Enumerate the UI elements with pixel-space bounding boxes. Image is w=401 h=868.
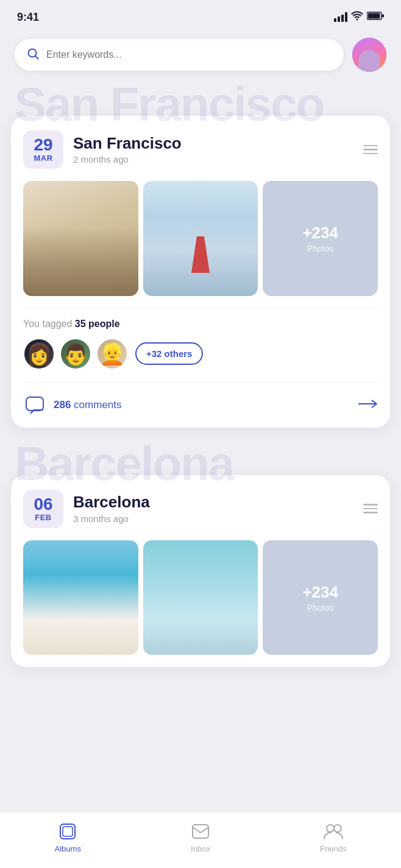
svg-point-11 bbox=[334, 825, 341, 832]
others-pill-sf[interactable]: +32 others bbox=[135, 342, 203, 365]
search-area bbox=[0, 32, 401, 80]
person-avatar-2[interactable] bbox=[60, 338, 91, 370]
date-month-sf: MAR bbox=[32, 153, 55, 163]
svg-rect-9 bbox=[193, 825, 208, 838]
card-title-area-bcn: Barcelona 3 months ago bbox=[73, 493, 353, 524]
more-count-bcn: +234 bbox=[302, 583, 338, 602]
svg-rect-2 bbox=[382, 15, 384, 18]
card-header-bcn: 06 FEB Barcelona 3 months ago bbox=[23, 490, 378, 528]
user-avatar[interactable] bbox=[352, 38, 386, 72]
status-bar: 9:41 bbox=[0, 0, 401, 32]
content-area: San Francisco 29 MAR San Francisco 2 mon… bbox=[0, 80, 401, 734]
photo-more-bcn[interactable]: +234 Photos bbox=[263, 540, 378, 655]
photo-thumb-bcn-2[interactable] bbox=[143, 540, 258, 655]
arrow-right-sf[interactable] bbox=[358, 399, 378, 411]
friends-icon bbox=[323, 821, 344, 842]
menu-icon-sf[interactable] bbox=[363, 145, 378, 155]
card-san-francisco: 29 MAR San Francisco 2 months ago +234 P… bbox=[11, 116, 390, 428]
person-avatar-1[interactable] bbox=[23, 338, 55, 370]
menu-icon-bcn[interactable] bbox=[363, 504, 378, 513]
nav-item-albums[interactable]: Albums bbox=[55, 821, 81, 853]
svg-rect-1 bbox=[368, 13, 380, 19]
card-barcelona: 06 FEB Barcelona 3 months ago +234 Photo… bbox=[11, 475, 390, 668]
comments-left: 286 comments bbox=[23, 393, 122, 417]
nav-label-inbox: Inbox bbox=[191, 844, 210, 853]
date-month-bcn: FEB bbox=[32, 513, 55, 522]
tagged-text-sf: You tagged 35 people bbox=[23, 319, 378, 330]
comment-icon bbox=[23, 393, 46, 417]
divider-tagged bbox=[23, 308, 378, 309]
signal-icon bbox=[334, 12, 347, 22]
date-day-bcn: 06 bbox=[32, 496, 55, 513]
svg-line-4 bbox=[35, 56, 38, 59]
tagged-count-sf: 35 people bbox=[75, 319, 120, 329]
card-title-bcn: Barcelona bbox=[73, 493, 353, 511]
more-label-bcn: Photos bbox=[307, 603, 334, 613]
svg-rect-5 bbox=[26, 397, 43, 411]
svg-point-10 bbox=[327, 825, 334, 832]
comments-text-sf: 286 comments bbox=[54, 399, 122, 411]
nav-label-friends: Friends bbox=[320, 844, 346, 853]
date-badge-sf: 29 MAR bbox=[23, 130, 63, 169]
battery-icon bbox=[367, 12, 384, 23]
search-icon bbox=[27, 48, 39, 62]
search-input[interactable] bbox=[46, 49, 332, 60]
nav-item-friends[interactable]: Friends bbox=[320, 821, 346, 853]
svg-rect-8 bbox=[63, 827, 73, 836]
photos-grid-sf: +234 Photos bbox=[23, 181, 378, 296]
status-time: 9:41 bbox=[17, 11, 39, 24]
wifi-icon bbox=[351, 11, 363, 23]
photo-thumb-bcn-1[interactable] bbox=[23, 540, 138, 655]
search-bar[interactable] bbox=[15, 39, 344, 71]
status-icons bbox=[334, 11, 384, 23]
card-title-area-sf: San Francisco 2 months ago bbox=[73, 135, 353, 165]
card-subtitle-bcn: 3 months ago bbox=[73, 513, 353, 524]
nav-label-albums: Albums bbox=[55, 844, 81, 853]
photo-thumb-2[interactable] bbox=[143, 181, 258, 296]
nav-item-inbox[interactable]: Inbox bbox=[190, 821, 211, 853]
avatars-row-sf: +32 others bbox=[23, 338, 378, 370]
comments-section-sf[interactable]: 286 comments bbox=[23, 382, 378, 428]
more-label-sf: Photos bbox=[307, 244, 334, 253]
albums-icon bbox=[57, 821, 78, 842]
date-day-sf: 29 bbox=[32, 136, 55, 153]
photo-thumb-1[interactable] bbox=[23, 181, 138, 296]
more-count-sf: +234 bbox=[302, 224, 338, 242]
photo-more-sf[interactable]: +234 Photos bbox=[263, 181, 378, 296]
inbox-icon bbox=[190, 821, 211, 842]
date-badge-bcn: 06 FEB bbox=[23, 490, 63, 528]
card-subtitle-sf: 2 months ago bbox=[73, 154, 353, 164]
bottom-nav: Albums Inbox Friends bbox=[0, 812, 401, 868]
comments-count-sf: 286 bbox=[54, 399, 71, 411]
card-header-sf: 29 MAR San Francisco 2 months ago bbox=[23, 130, 378, 169]
card-title-sf: San Francisco bbox=[73, 135, 353, 152]
photos-grid-bcn: +234 Photos bbox=[23, 540, 378, 655]
person-avatar-3[interactable] bbox=[96, 338, 128, 370]
tagged-section-sf: You tagged 35 people +32 others bbox=[23, 319, 378, 382]
